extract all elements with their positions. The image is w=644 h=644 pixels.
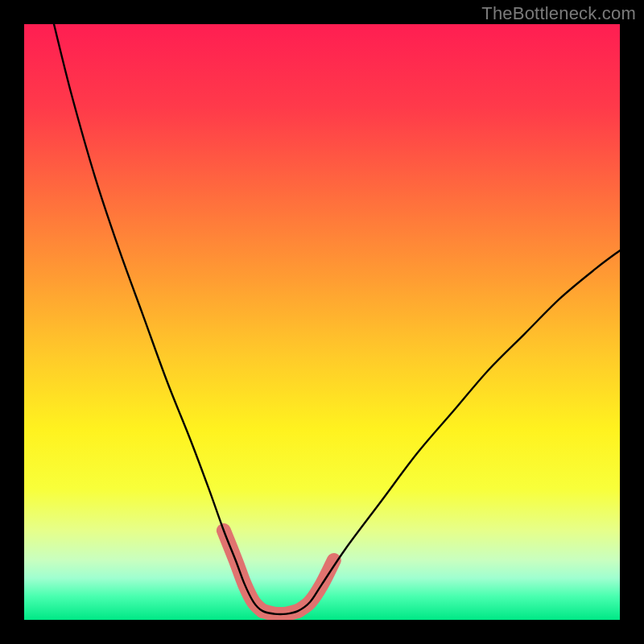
curve-layer xyxy=(24,24,620,620)
bottleneck-curve xyxy=(54,24,620,614)
chart-frame: TheBottleneck.com xyxy=(0,0,644,644)
curve-group xyxy=(54,24,620,614)
plot-area xyxy=(24,24,620,620)
watermark-text: TheBottleneck.com xyxy=(481,3,636,24)
right-dip-highlight xyxy=(298,560,333,611)
left-dip-highlight xyxy=(224,530,262,611)
